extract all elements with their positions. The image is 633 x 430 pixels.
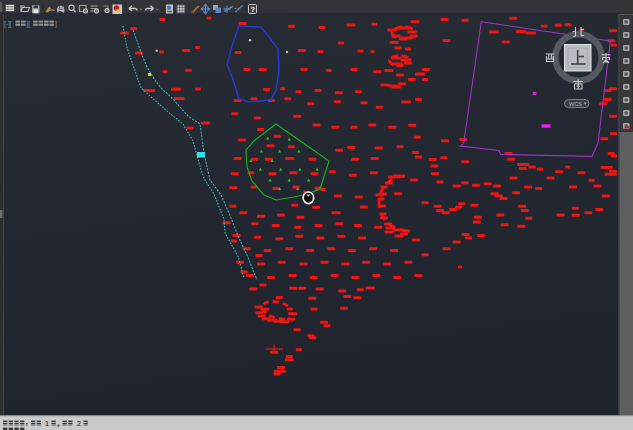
svg-text:WCS: WCS	[569, 101, 582, 107]
svg-text:?: ?	[251, 5, 256, 14]
svg-text:]: ]	[55, 20, 57, 28]
svg-text:[-][: [-][	[4, 20, 12, 28]
svg-text:1: 1	[45, 420, 49, 427]
svg-text:2: 2	[77, 420, 81, 427]
svg-text:][: ][	[27, 20, 31, 28]
